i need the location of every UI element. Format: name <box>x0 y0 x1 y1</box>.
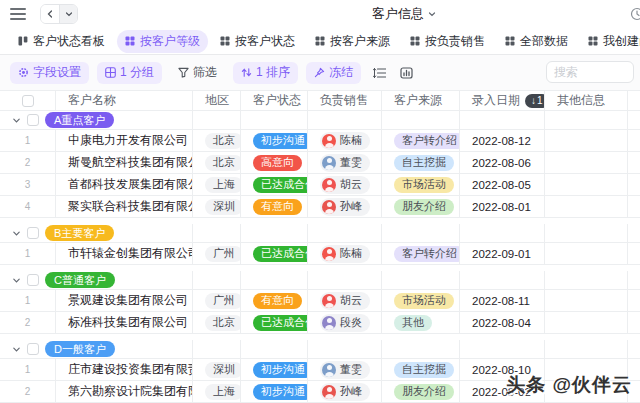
column-header-date[interactable]: 录入日期 ↓1 <box>460 90 545 111</box>
region-cell[interactable]: 深圳 <box>193 196 241 218</box>
source-cell[interactable]: 自主挖掘 <box>382 152 460 174</box>
table-row[interactable]: 2 斯曼航空科技集团有限公司 北京 高意向 董雯 自主挖掘 2022-08-06 <box>0 152 640 174</box>
owner-cell[interactable]: 董雯 <box>308 359 382 381</box>
date-cell[interactable]: 2022-08-12 <box>460 130 545 152</box>
collapse-chevron-icon[interactable] <box>12 345 21 354</box>
owner-cell[interactable]: 段炎 <box>308 312 382 334</box>
sort-button[interactable]: 1 排序 <box>233 62 298 84</box>
owner-cell[interactable]: 孙峰 <box>308 196 382 218</box>
field-settings-button[interactable]: 字段设置 <box>10 62 89 84</box>
tab-by-sales-owner[interactable]: 按负责销售 <box>402 30 493 53</box>
owner-cell[interactable]: 胡云 <box>308 290 382 312</box>
customer-name-cell[interactable]: 中康电力开发有限公司 <box>56 130 193 152</box>
customer-name-cell[interactable]: 首都科技发展集团有限公司 <box>56 174 193 196</box>
source-cell[interactable]: 客户转介绍 <box>382 130 460 152</box>
region-cell[interactable]: 上海 <box>193 174 241 196</box>
tab-created-by-me[interactable]: 我创建的 <box>580 30 640 53</box>
freeze-button[interactable]: 冻结 <box>306 62 361 84</box>
date-cell[interactable]: 2022-08-11 <box>460 290 545 312</box>
status-cell[interactable]: 初步沟通 <box>241 381 308 403</box>
date-cell[interactable]: 2022-08-05 <box>460 174 545 196</box>
group-checkbox[interactable] <box>27 227 39 239</box>
date-cell[interactable]: 2022-08-06 <box>460 152 545 174</box>
other-info-cell[interactable] <box>545 290 628 312</box>
nav-dropdown-button[interactable] <box>59 5 77 23</box>
column-header-source[interactable]: 客户来源 <box>382 90 460 111</box>
source-cell[interactable]: 市场活动 <box>382 290 460 312</box>
region-cell[interactable]: 北京 <box>193 312 241 334</box>
region-cell[interactable]: 上海 <box>193 381 241 403</box>
table-row[interactable]: 1 景观建设集团有限公司 广州 有意向 胡云 市场活动 2022-08-11 <box>0 290 640 312</box>
tab-by-customer-status[interactable]: 按客户状态 <box>212 30 303 53</box>
tab-customer-status-board[interactable]: 客户状态看板 <box>10 30 113 53</box>
other-info-cell[interactable] <box>545 152 628 174</box>
table-row[interactable]: 2 第六勘察设计院集团有限公司 上海 初步沟通 孙峰 朋友介绍 2022-08-… <box>0 381 640 403</box>
region-cell[interactable]: 北京 <box>193 130 241 152</box>
group-checkbox[interactable] <box>27 274 39 286</box>
other-info-cell[interactable] <box>545 381 628 403</box>
region-cell[interactable]: 广州 <box>193 290 241 312</box>
customer-name-cell[interactable]: 聚实联合科技集团有限公司 <box>56 196 193 218</box>
source-cell[interactable]: 市场活动 <box>382 174 460 196</box>
source-cell[interactable]: 客户转介绍 <box>382 243 460 265</box>
owner-cell[interactable]: 陈楠 <box>308 243 382 265</box>
other-info-cell[interactable] <box>545 174 628 196</box>
other-info-cell[interactable] <box>545 312 628 334</box>
table-row[interactable]: 1 庄市建设投资集团有限责任公司 深圳 初步沟通 董雯 自主挖掘 2022-08… <box>0 359 640 381</box>
table-row[interactable]: 2 标准科技集团有限公司 北京 已达成合作 段炎 其他 2022-08-04 <box>0 312 640 334</box>
other-info-cell[interactable] <box>545 130 628 152</box>
region-cell[interactable]: 广州 <box>193 243 241 265</box>
column-header-other[interactable]: 其他信息 <box>545 90 628 111</box>
status-cell[interactable]: 初步沟通 <box>241 130 308 152</box>
column-header-region[interactable]: 地区 <box>193 90 241 111</box>
tab-all-data[interactable]: 全部数据 <box>497 30 576 53</box>
date-cell[interactable]: 2022-08-01 <box>460 196 545 218</box>
status-cell[interactable]: 有意向 <box>241 196 308 218</box>
other-info-cell[interactable] <box>545 243 628 265</box>
customer-name-cell[interactable]: 市轩辕金创集团有限公司 <box>56 243 193 265</box>
collapse-chevron-icon[interactable] <box>12 276 21 285</box>
source-cell[interactable]: 其他 <box>382 312 460 334</box>
history-clock-icon[interactable] <box>630 7 640 21</box>
search-input[interactable] <box>554 65 626 79</box>
filter-button[interactable]: 筛选 <box>170 62 225 84</box>
status-cell[interactable]: 已达成合作 <box>241 312 308 334</box>
collapse-chevron-icon[interactable] <box>12 229 21 238</box>
other-info-cell[interactable] <box>545 359 628 381</box>
region-cell[interactable]: 北京 <box>193 152 241 174</box>
status-cell[interactable]: 初步沟通 <box>241 359 308 381</box>
owner-cell[interactable]: 陈楠 <box>308 130 382 152</box>
source-cell[interactable]: 朋友介绍 <box>382 196 460 218</box>
column-header-status[interactable]: 客户状态 <box>241 90 308 111</box>
tab-by-customer-source[interactable]: 按客户来源 <box>307 30 398 53</box>
menu-icon[interactable] <box>10 8 26 20</box>
status-cell[interactable]: 有意向 <box>241 290 308 312</box>
back-button[interactable] <box>41 5 59 23</box>
customer-name-cell[interactable]: 景观建设集团有限公司 <box>56 290 193 312</box>
tab-by-customer-level[interactable]: 按客户等级 <box>117 30 208 53</box>
select-all-checkbox[interactable] <box>22 95 34 107</box>
customer-name-cell[interactable]: 第六勘察设计院集团有限公司 <box>56 381 193 403</box>
other-info-cell[interactable] <box>545 196 628 218</box>
row-height-button[interactable] <box>371 65 388 81</box>
collapse-chevron-icon[interactable] <box>12 116 21 125</box>
customer-name-cell[interactable]: 斯曼航空科技集团有限公司 <box>56 152 193 174</box>
region-cell[interactable]: 深圳 <box>193 359 241 381</box>
owner-cell[interactable]: 孙峰 <box>308 381 382 403</box>
source-cell[interactable]: 朋友介绍 <box>382 381 460 403</box>
customer-name-cell[interactable]: 庄市建设投资集团有限责任公司 <box>56 359 193 381</box>
date-cell[interactable]: 2022-08-04 <box>460 312 545 334</box>
date-cell[interactable]: 2022-08-10 <box>460 359 545 381</box>
date-cell[interactable]: 2022-09-01 <box>460 243 545 265</box>
customer-name-cell[interactable]: 标准科技集团有限公司 <box>56 312 193 334</box>
column-header-name[interactable]: 客户名称 <box>56 90 193 111</box>
column-header-owner[interactable]: 负责销售 <box>308 90 382 111</box>
status-cell[interactable]: 已达成合作 <box>241 174 308 196</box>
page-title[interactable]: 客户信息 <box>372 0 436 28</box>
table-row[interactable]: 1 中康电力开发有限公司 北京 初步沟通 陈楠 客户转介绍 2022-08-12 <box>0 130 640 152</box>
table-row[interactable]: 1 市轩辕金创集团有限公司 广州 已达成合作 陈楠 客户转介绍 2022-09-… <box>0 243 640 265</box>
source-cell[interactable]: 自主挖掘 <box>382 359 460 381</box>
group-checkbox[interactable] <box>27 343 39 355</box>
status-cell[interactable]: 已达成合作 <box>241 243 308 265</box>
owner-cell[interactable]: 胡云 <box>308 174 382 196</box>
